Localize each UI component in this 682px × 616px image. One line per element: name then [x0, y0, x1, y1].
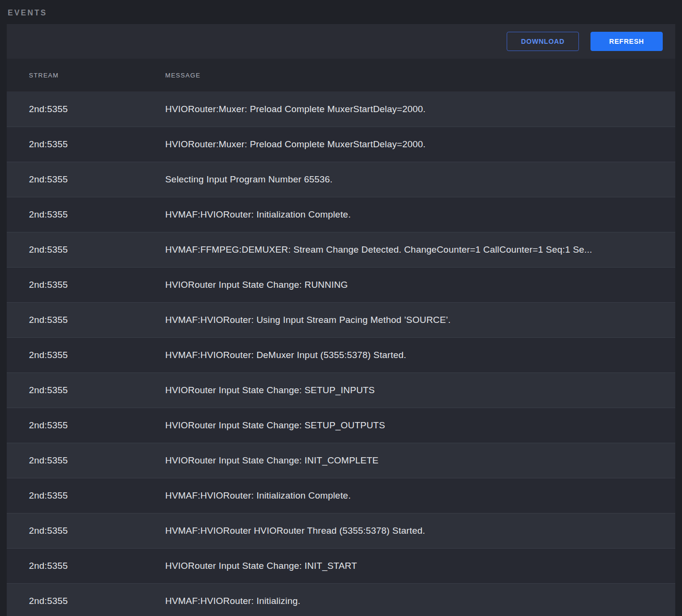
table-row: 2nd:5355HVIORouter Input State Change: R… — [7, 267, 675, 302]
column-header-message: MESSAGE — [165, 72, 675, 79]
stream-cell: 2nd:5355 — [7, 455, 165, 466]
stream-cell: 2nd:5355 — [7, 244, 165, 255]
table-row: 2nd:5355HVIORouter Input State Change: S… — [7, 372, 675, 408]
stream-cell: 2nd:5355 — [7, 561, 165, 571]
message-cell: HVMAF:HVIORouter: Initialization Complet… — [165, 490, 675, 501]
table-row: 2nd:5355HVMAF:HVIORouter: Initializing. — [7, 583, 675, 616]
message-cell: HVMAF:FFMPEG:DEMUXER: Stream Change Dete… — [165, 244, 675, 255]
stream-cell: 2nd:5355 — [7, 490, 165, 501]
stream-cell: 2nd:5355 — [7, 350, 165, 360]
stream-cell: 2nd:5355 — [7, 280, 165, 290]
message-cell: HVIORouter:Muxer: Preload Complete Muxer… — [165, 104, 675, 115]
stream-cell: 2nd:5355 — [7, 596, 165, 606]
message-cell: HVIORouter Input State Change: INIT_STAR… — [165, 561, 675, 571]
message-cell: HVIORouter Input State Change: SETUP_INP… — [165, 385, 675, 396]
events-toolbar: DOWNLOAD REFRESH — [7, 24, 675, 59]
refresh-button[interactable]: REFRESH — [590, 32, 663, 51]
stream-cell: 2nd:5355 — [7, 526, 165, 536]
message-cell: HVMAF:HVIORouter HVIORouter Thread (5355… — [165, 526, 675, 536]
stream-cell: 2nd:5355 — [7, 139, 165, 150]
download-button[interactable]: DOWNLOAD — [507, 32, 579, 51]
table-row: 2nd:5355HVIORouter:Muxer: Preload Comple… — [7, 91, 675, 127]
table-row: 2nd:5355HVIORouter Input State Change: I… — [7, 443, 675, 478]
stream-cell: 2nd:5355 — [7, 209, 165, 220]
table-row: 2nd:5355HVMAF:HVIORouter: Initialization… — [7, 197, 675, 232]
events-table-body: 2nd:5355HVIORouter:Muxer: Preload Comple… — [7, 91, 675, 616]
message-cell: HVIORouter Input State Change: INIT_COMP… — [165, 455, 675, 466]
stream-cell: 2nd:5355 — [7, 420, 165, 431]
table-header-row: STREAM MESSAGE — [7, 59, 675, 91]
table-row: 2nd:5355HVIORouter:Muxer: Preload Comple… — [7, 127, 675, 162]
stream-cell: 2nd:5355 — [7, 174, 165, 185]
stream-cell: 2nd:5355 — [7, 315, 165, 325]
column-header-stream: STREAM — [7, 72, 165, 79]
table-row: 2nd:5355HVMAF:HVIORouter: Initialization… — [7, 478, 675, 513]
table-row: 2nd:5355HVIORouter Input State Change: S… — [7, 408, 675, 443]
page-title: EVENTS — [0, 0, 682, 24]
message-cell: HVMAF:HVIORouter: Using Input Stream Pac… — [165, 315, 675, 325]
message-cell: HVMAF:HVIORouter: Initializing. — [165, 596, 675, 606]
table-row: 2nd:5355Selecting Input Program Number 6… — [7, 162, 675, 197]
table-row: 2nd:5355HVMAF:HVIORouter: Using Input St… — [7, 302, 675, 337]
message-cell: HVMAF:HVIORouter: DeMuxer Input (5355:53… — [165, 350, 675, 360]
events-panel: DOWNLOAD REFRESH STREAM MESSAGE 2nd:5355… — [7, 24, 675, 616]
stream-cell: 2nd:5355 — [7, 104, 165, 115]
message-cell: HVIORouter Input State Change: SETUP_OUT… — [165, 420, 675, 431]
table-row: 2nd:5355HVMAF:HVIORouter: DeMuxer Input … — [7, 337, 675, 372]
message-cell: Selecting Input Program Number 65536. — [165, 174, 675, 185]
stream-cell: 2nd:5355 — [7, 385, 165, 396]
message-cell: HVIORouter Input State Change: RUNNING — [165, 280, 675, 290]
message-cell: HVIORouter:Muxer: Preload Complete Muxer… — [165, 139, 675, 150]
message-cell: HVMAF:HVIORouter: Initialization Complet… — [165, 209, 675, 220]
table-row: 2nd:5355HVMAF:FFMPEG:DEMUXER: Stream Cha… — [7, 232, 675, 267]
table-row: 2nd:5355HVMAF:HVIORouter HVIORouter Thre… — [7, 513, 675, 548]
table-row: 2nd:5355HVIORouter Input State Change: I… — [7, 548, 675, 583]
